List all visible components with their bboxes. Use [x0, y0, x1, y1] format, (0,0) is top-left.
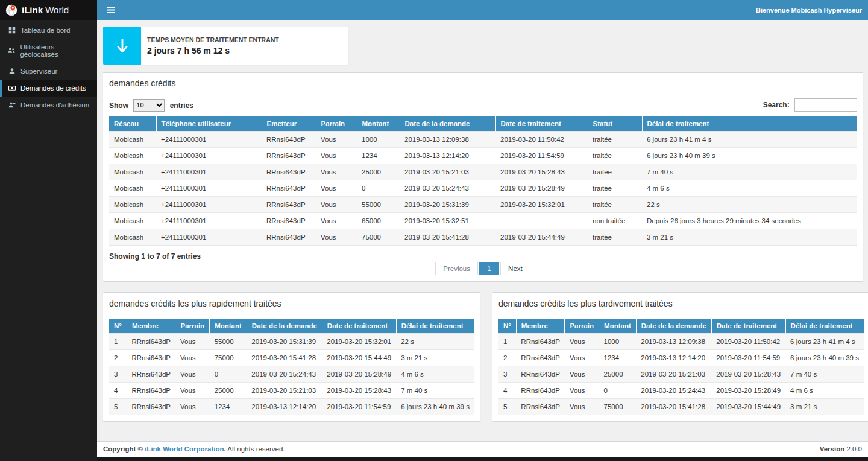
- column-header[interactable]: Membre: [516, 319, 565, 334]
- column-header[interactable]: Date de la demande: [400, 116, 495, 132]
- sidebar-item-demandes-de-credits[interactable]: Demandes de crédits: [0, 80, 97, 97]
- table-cell: RRnsi643dP: [127, 383, 175, 399]
- column-header[interactable]: Statut: [588, 116, 642, 132]
- credits-icon: [8, 84, 16, 92]
- column-header[interactable]: Date de la demande: [636, 319, 711, 334]
- table-cell: 25000: [599, 366, 637, 383]
- table-cell: +24111000301: [156, 197, 262, 213]
- table-cell: Vous: [316, 197, 357, 213]
- table-cell: +24111000301: [156, 213, 262, 229]
- sidebar-item-tableau-de-bord[interactable]: Tableau de bord: [0, 22, 97, 39]
- company-link[interactable]: iLink World Corporation: [145, 445, 224, 453]
- table-cell: 2019-03-20 11:54:59: [322, 399, 396, 415]
- column-header[interactable]: N°: [109, 319, 127, 334]
- sidebar-item-utilisateurs-geolocalises[interactable]: Utilisateurs géolocalisés: [0, 39, 97, 63]
- table-cell: non traitée: [588, 213, 642, 229]
- table-cell: 75000: [357, 229, 400, 246]
- brand-logo[interactable]: iLink World: [0, 0, 97, 20]
- table-cell: Vous: [316, 148, 357, 164]
- navbar: Bienvenue Mobicash Hyperviseur: [97, 0, 868, 20]
- sidebar-item-label: Demandes d'adhésion: [20, 101, 89, 109]
- column-header[interactable]: Emetteur: [262, 116, 316, 132]
- sidebar-item-demandes-adhesion[interactable]: Demandes d'adhésion: [0, 97, 97, 113]
- table-info: Showing 1 to 7 of 7 entries: [109, 246, 857, 261]
- column-header[interactable]: Réseau: [109, 116, 156, 132]
- table-cell: 6 jours 23 h 41 m 4 s: [785, 334, 864, 350]
- column-header[interactable]: Montant: [210, 319, 247, 334]
- table-cell: 2019-03-20 11:54:59: [495, 148, 588, 164]
- column-header[interactable]: N°: [498, 319, 516, 334]
- footer: Copyright © iLink World Corporation. All…: [97, 441, 868, 457]
- column-header[interactable]: Montant: [357, 116, 400, 132]
- table-cell: 2019-03-20 15:21:03: [247, 383, 322, 399]
- sidebar-item-label: Demandes de crédits: [20, 84, 86, 92]
- column-header[interactable]: Membre: [127, 319, 175, 334]
- table-cell: 6 jours 23 h 40 m 39 s: [642, 148, 857, 164]
- table-cell: 2019-03-13 12:14:20: [636, 350, 711, 366]
- table-cell: 2019-03-20 15:24:43: [247, 366, 322, 383]
- pagination: Previous 1 Next: [109, 262, 857, 275]
- column-header[interactable]: Parrain: [565, 319, 599, 334]
- column-header[interactable]: Date de traitement: [711, 319, 785, 334]
- table-cell: 2019-03-20 15:28:43: [322, 383, 396, 399]
- table-cell: RRnsi643dP: [127, 350, 175, 366]
- pagination-previous[interactable]: Previous: [435, 262, 478, 275]
- table-cell: +24111000301: [156, 148, 262, 164]
- table-cell: Mobicash: [109, 180, 156, 197]
- panel-title: demandes crédits les plus rapidement tra…: [109, 299, 474, 308]
- table-row: Mobicash+24111000301RRnsi643dPVous100020…: [109, 132, 857, 148]
- column-header[interactable]: Date de traitement: [322, 319, 396, 334]
- entries-select[interactable]: 10: [133, 99, 165, 112]
- sidebar-toggle-button[interactable]: [103, 4, 118, 16]
- show-entries-control: Show 10 entries: [109, 99, 193, 112]
- table-row: 1RRnsi643dPVous10002019-03-13 12:09:3820…: [498, 334, 864, 350]
- search-input[interactable]: [794, 98, 857, 112]
- table-cell: +24111000301: [156, 229, 262, 246]
- table-cell: 2019-03-20 15:41:28: [636, 399, 711, 415]
- table-cell: Vous: [565, 399, 599, 415]
- table-cell: RRnsi643dP: [516, 399, 565, 415]
- table-cell: 2019-03-20 15:41:28: [400, 229, 495, 246]
- table-cell: 55000: [357, 197, 400, 213]
- table-cell: 6 jours 23 h 41 m 4 s: [642, 132, 857, 148]
- table-cell: Vous: [175, 350, 210, 366]
- column-header[interactable]: Téléphone utilisateur: [156, 116, 262, 132]
- table-cell: 3 m 21 s: [396, 350, 474, 366]
- column-header[interactable]: Délai de traitement: [396, 319, 474, 334]
- table-cell: RRnsi643dP: [262, 197, 316, 213]
- column-header[interactable]: Date de traitement: [495, 116, 588, 132]
- copyright-text: Copyright © iLink World Corporation. All…: [103, 445, 285, 453]
- table-row: 1RRnsi643dPVous550002019-03-20 15:31:392…: [109, 334, 474, 350]
- table-cell: 7 m 40 s: [396, 383, 474, 399]
- table-cell: 1: [109, 334, 127, 350]
- table-cell: 4: [498, 383, 516, 399]
- table-row: Mobicash+24111000301RRnsi643dPVous02019-…: [109, 180, 857, 197]
- table-cell: RRnsi643dP: [127, 399, 175, 415]
- table-cell: 1000: [357, 132, 400, 148]
- table-cell: 4 m 6 s: [396, 366, 474, 383]
- table-cell: 2019-03-20 15:28:49: [495, 180, 588, 197]
- column-header[interactable]: Délai de traitement: [785, 319, 864, 334]
- dashboard-icon: [8, 27, 16, 34]
- table-cell: 6 jours 23 h 40 m 39 s: [785, 350, 864, 366]
- table-cell: RRnsi643dP: [127, 334, 175, 350]
- table-cell: [495, 213, 588, 229]
- table-cell: 25000: [210, 383, 247, 399]
- table-cell: Mobicash: [109, 213, 156, 229]
- table-cell: 1000: [599, 334, 637, 350]
- column-header[interactable]: Délai de traitement: [642, 116, 857, 132]
- pagination-page-1[interactable]: 1: [479, 262, 498, 275]
- sidebar-item-superviseur[interactable]: Superviseur: [0, 63, 97, 80]
- table-cell: Vous: [565, 383, 599, 399]
- table-cell: 4 m 6 s: [785, 383, 864, 399]
- credits-panel: demandes crédits Show 10 entries Search:…: [103, 72, 863, 281]
- table-cell: 2019-03-20 15:44:49: [711, 399, 785, 415]
- column-header[interactable]: Parrain: [316, 116, 357, 132]
- brand-text: iLink World: [22, 5, 69, 15]
- table-cell: +24111000301: [156, 180, 262, 197]
- column-header[interactable]: Parrain: [175, 319, 210, 334]
- column-header[interactable]: Montant: [599, 319, 637, 334]
- table-cell: Vous: [565, 350, 599, 366]
- column-header[interactable]: Date de la demande: [247, 319, 322, 334]
- pagination-next[interactable]: Next: [500, 262, 530, 275]
